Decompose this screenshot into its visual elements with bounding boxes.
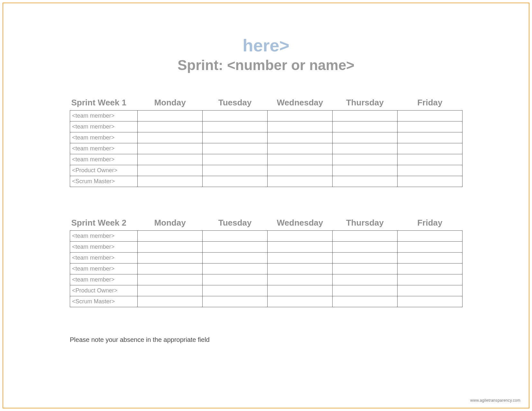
cell[interactable] [138,296,203,307]
cell[interactable] [268,285,333,296]
cell[interactable] [203,231,268,242]
table-row: <team member> [70,111,463,121]
cell[interactable] [203,264,268,274]
cell[interactable] [203,154,268,165]
cell[interactable] [398,285,463,296]
role-cell: <Scrum Master> [70,296,138,307]
cell[interactable] [333,231,398,242]
cell[interactable] [203,285,268,296]
document-content: here> Sprint: <number or name> Sprint We… [0,0,532,411]
day-header: Wednesday [268,216,333,231]
cell[interactable] [333,165,398,176]
cell[interactable] [398,264,463,274]
cell[interactable] [203,253,268,264]
role-cell: <team member> [70,242,138,253]
cell[interactable] [398,231,463,242]
cell[interactable] [203,296,268,307]
cell[interactable] [333,264,398,274]
day-header: Thursday [333,96,398,111]
cell[interactable] [138,143,203,154]
cell[interactable] [138,274,203,285]
cell[interactable] [333,274,398,285]
sprint-week-1-table: Sprint Week 1 Monday Tuesday Wednesday T… [70,96,463,187]
cell[interactable] [333,253,398,264]
cell[interactable] [398,253,463,264]
cell[interactable] [268,165,333,176]
cell[interactable] [268,111,333,121]
cell[interactable] [398,132,463,143]
cell[interactable] [398,154,463,165]
cell[interactable] [268,154,333,165]
cell[interactable] [333,285,398,296]
day-header: Monday [138,216,203,231]
cell[interactable] [268,143,333,154]
role-cell: <team member> [70,111,138,121]
week-title: Sprint Week 2 [70,216,138,231]
cell[interactable] [203,165,268,176]
cell[interactable] [398,143,463,154]
title-line2: Sprint: <number or name> [0,57,532,73]
role-cell: <team member> [70,231,138,242]
cell[interactable] [333,132,398,143]
cell[interactable] [138,253,203,264]
cell[interactable] [268,296,333,307]
role-cell: <team member> [70,143,138,154]
cell[interactable] [398,296,463,307]
role-cell: <team member> [70,274,138,285]
cell[interactable] [268,132,333,143]
table-row: <team member> [70,253,463,264]
table-row: <Product Owner> [70,165,463,176]
table-row: <team member> [70,242,463,253]
day-header: Friday [398,96,463,111]
cell[interactable] [203,176,268,187]
cell[interactable] [203,143,268,154]
table-row: <team member> [70,231,463,242]
role-cell: <team member> [70,264,138,274]
cell[interactable] [138,111,203,121]
cell[interactable] [333,143,398,154]
role-cell: <team member> [70,121,138,132]
cell[interactable] [203,242,268,253]
cell[interactable] [398,111,463,121]
cell[interactable] [138,154,203,165]
cell[interactable] [333,242,398,253]
cell[interactable] [203,274,268,285]
day-header: Thursday [333,216,398,231]
cell[interactable] [203,111,268,121]
cell[interactable] [268,274,333,285]
cell[interactable] [333,111,398,121]
cell[interactable] [138,165,203,176]
cell[interactable] [138,285,203,296]
sprint-week-2-table: Sprint Week 2 Monday Tuesday Wednesday T… [70,216,463,307]
cell[interactable] [398,121,463,132]
cell[interactable] [333,296,398,307]
cell[interactable] [138,231,203,242]
table-row: <team member> [70,154,463,165]
cell[interactable] [398,274,463,285]
table-row: <team member> [70,143,463,154]
cell[interactable] [138,132,203,143]
cell[interactable] [203,132,268,143]
role-cell: <team member> [70,154,138,165]
cell[interactable] [268,264,333,274]
day-header: Monday [138,96,203,111]
cell[interactable] [268,176,333,187]
role-cell: <Product Owner> [70,285,138,296]
cell[interactable] [138,121,203,132]
title-line1: here> [0,35,532,55]
table-header-row: Sprint Week 1 Monday Tuesday Wednesday T… [70,96,463,111]
cell[interactable] [398,242,463,253]
cell[interactable] [268,231,333,242]
cell[interactable] [203,121,268,132]
cell[interactable] [138,264,203,274]
cell[interactable] [138,176,203,187]
cell[interactable] [333,121,398,132]
cell[interactable] [138,242,203,253]
cell[interactable] [333,176,398,187]
cell[interactable] [268,242,333,253]
cell[interactable] [398,165,463,176]
cell[interactable] [333,154,398,165]
cell[interactable] [268,121,333,132]
cell[interactable] [398,176,463,187]
cell[interactable] [268,253,333,264]
